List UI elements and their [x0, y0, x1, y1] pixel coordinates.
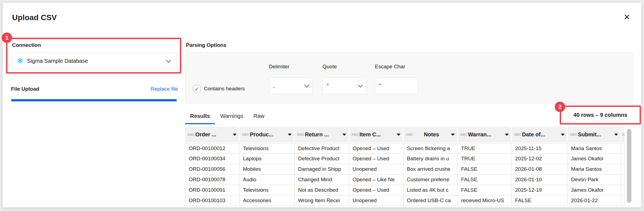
table-cell: Screen flickering a [404, 143, 458, 154]
table-cell: James Okafor [568, 154, 621, 164]
table-row: ORD-00100103AccessoriesWrong Item ReceiU… [185, 196, 624, 206]
text-abc-icon: ABC [622, 133, 624, 137]
chevron-down-icon [304, 82, 309, 87]
delimiter-select[interactable]: , [269, 77, 313, 94]
table-cell: ORD-00100078 [185, 175, 240, 185]
table-cell: ORD-00100012 [185, 143, 240, 154]
tab-raw[interactable]: Raw [253, 112, 264, 124]
text-abc-icon: ABC [351, 133, 359, 137]
table-row: ORD-00100034LaptopsDefective ProductOpen… [185, 154, 624, 164]
parsing-options-panel: ✓ Contains headers Delimiter , Quote " E… [185, 52, 633, 103]
upload-csv-dialog: Upload CSV ✕ 1 Connection ❄ Sigma Sample… [3, 3, 641, 207]
table-cell: Audio [240, 175, 295, 185]
connection-select[interactable]: ❄ Sigma Sample Database [12, 52, 177, 69]
caret-down-icon[interactable] [451, 134, 455, 136]
table-cell: Maria Santos [568, 143, 621, 154]
row-column-summary: 40 rows – 9 columns [573, 112, 627, 118]
text-abc-icon: ABC [406, 133, 413, 137]
contains-headers-label: Contains headers [204, 86, 245, 92]
column-header-5[interactable]: ABCNotes [404, 127, 458, 142]
table-cell: James Okafor [568, 185, 621, 196]
table-cell: ORD-00100056 [185, 164, 240, 175]
table-cell: Unopened [349, 164, 404, 175]
column-header-9-clipped[interactable]: ABC [621, 127, 624, 142]
table-cell: Devon Park [568, 175, 621, 185]
page-title: Upload CSV [12, 13, 57, 22]
table-cell: TRUE [458, 143, 512, 154]
table-cell: Listed as 4K but c [404, 185, 458, 196]
table-cell: 2025-12-19 [512, 185, 568, 196]
table-cell: Mobiles [240, 164, 295, 175]
table-cell: Maria Santos [568, 164, 621, 175]
table-cell: Televisions [240, 185, 295, 196]
annotation-badge-1: 1 [2, 33, 12, 43]
delimiter-label: Delimiter [269, 64, 289, 70]
parsing-options-label: Parsing Options [186, 42, 226, 48]
quote-value: " [327, 83, 359, 89]
column-header-label: Order ... [195, 131, 231, 138]
column-header-label: Submit... [578, 131, 613, 138]
text-abc-icon: ABC [460, 133, 467, 137]
table-cell: Opened – Used [349, 143, 404, 154]
escape-char-input[interactable]: " [375, 77, 418, 94]
table-cell: Unopened [349, 196, 404, 206]
vertical-scrollbar[interactable] [626, 127, 633, 206]
quote-label: Quote [323, 64, 337, 70]
table-cell: ORD-00100034 [185, 154, 240, 164]
close-icon[interactable]: ✕ [622, 12, 632, 22]
table-cell: Not as Described [295, 185, 349, 196]
column-header-1[interactable]: ABCOrder ... [185, 127, 240, 142]
caret-down-icon[interactable] [505, 134, 509, 136]
table-body: ORD-00100012TelevisionsDefective Product… [185, 143, 624, 206]
caret-down-icon[interactable] [614, 134, 618, 136]
table-cell: Defective Product [295, 154, 349, 164]
table-cell: ORD-00100103 [185, 196, 240, 206]
table-cell: Televisions [240, 143, 295, 154]
table-cell-clipped [621, 175, 624, 185]
column-header-label: Produc... [250, 131, 286, 138]
table-cell: received Micro-US [458, 196, 512, 206]
column-header-label: Return ... [305, 131, 341, 138]
column-header-4[interactable]: ABCItem C... [349, 127, 404, 142]
annotation-badge-2: 2 [555, 102, 565, 112]
table-cell: Opened – Used [349, 185, 404, 196]
caret-down-icon[interactable] [233, 134, 237, 136]
annotation-rect-2: 40 rows – 9 columns [560, 106, 641, 125]
scrollbar-thumb[interactable] [627, 129, 631, 203]
contains-headers-checkbox[interactable]: ✓ [193, 85, 201, 93]
text-abc-icon: ABC [570, 133, 577, 137]
escape-char-label: Escape Char [375, 64, 405, 70]
table-cell: TRUE [458, 154, 512, 164]
table-cell: FALSE [512, 196, 568, 206]
column-header-3[interactable]: ABCReturn ... [295, 127, 349, 142]
table-cell: Wrong Item Recei [295, 196, 349, 206]
table-cell: 2026-01-22 [568, 196, 621, 206]
table-cell: FALSE [458, 185, 512, 196]
column-header-7[interactable]: ABCDate of... [512, 127, 568, 142]
column-header-2[interactable]: ABCProduc... [240, 127, 295, 142]
table-cell: Defective Product [295, 143, 349, 154]
caret-down-icon[interactable] [342, 134, 346, 136]
caret-down-icon[interactable] [561, 134, 565, 136]
table-row: ORD-00100056MobilesDamaged in ShippUnope… [185, 164, 624, 175]
table-cell: Battery drains in u [404, 154, 458, 164]
table-cell: Accessories [240, 196, 295, 206]
column-header-8[interactable]: ABCSubmit... [568, 127, 621, 142]
tab-results[interactable]: Results [190, 112, 210, 124]
column-header-label: Item C... [359, 131, 395, 138]
caret-down-icon[interactable] [397, 134, 401, 136]
column-header-label: Notes [414, 131, 449, 138]
quote-select[interactable]: " [323, 77, 366, 94]
column-header-6[interactable]: ABCWarran... [458, 127, 512, 142]
connection-label: Connection [12, 42, 41, 48]
replace-file-link[interactable]: Replace file [151, 86, 178, 92]
text-abc-icon: ABC [242, 133, 249, 137]
table-cell-clipped [621, 154, 624, 164]
text-abc-icon: ABC [297, 133, 304, 137]
tab-warnings[interactable]: Warnings [220, 112, 243, 124]
table-cell: Customer preferre [404, 175, 458, 185]
caret-down-icon[interactable] [288, 134, 292, 136]
csv-preview-table: ABCOrder ...ABCProduc...ABCReturn ...ABC… [185, 127, 624, 206]
table-row: ORD-00100091TelevisionsNot as DescribedO… [185, 185, 624, 196]
table-cell: Opened – Like Ne [349, 175, 404, 185]
